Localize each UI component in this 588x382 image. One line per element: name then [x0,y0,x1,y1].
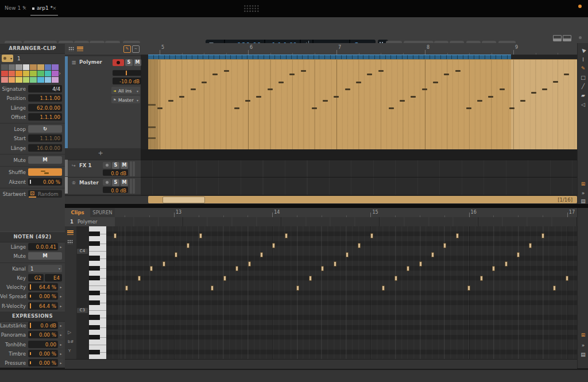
palette-swatch[interactable] [16,71,22,76]
clip-color-swatch[interactable]: ▾ [2,55,13,62]
panel-divider[interactable] [65,204,588,208]
midi-note[interactable] [235,266,238,271]
value-field[interactable]: 64.4 % [28,283,58,291]
value-field[interactable]: 4/4 [28,85,62,92]
midi-note[interactable] [456,233,459,238]
object-tool-icon[interactable]: □ [578,75,588,80]
volume-field[interactable]: 0.0 dB [103,187,128,193]
midi-note[interactable] [150,266,153,271]
piano-black-key[interactable] [89,350,100,355]
value-field[interactable]: 0.00 % [28,331,58,338]
solo-button[interactable]: S [112,179,119,186]
panel-tool-icon[interactable]: ▤ [578,352,588,357]
value-step-arrow[interactable]: ▸ [59,331,63,338]
value-field[interactable]: 0.0.0.41 [28,243,58,250]
palette-swatch[interactable] [30,71,37,76]
midi-note[interactable] [492,266,495,271]
palette-swatch[interactable] [37,77,44,83]
midi-note[interactable] [553,285,556,291]
expand-tool-icon[interactable]: » [578,342,588,348]
close-icon[interactable]: × [52,5,57,11]
palette-swatch[interactable] [1,77,8,83]
expand-tool-icon[interactable]: » [578,190,588,196]
arranger-clip[interactable] [148,59,577,150]
midi-note[interactable] [529,243,532,248]
value-step-arrow[interactable]: ▸ [59,322,63,329]
mute-button[interactable]: M [28,156,62,164]
bitwig-logo-icon[interactable] [243,5,260,13]
midi-note[interactable] [285,233,288,238]
value-field[interactable]: 0.00 % [28,359,58,366]
mute-button[interactable]: M [121,162,128,169]
solo-button[interactable]: S [125,59,133,66]
piano-black-key[interactable] [89,325,100,330]
midi-note[interactable] [260,252,263,257]
value-field[interactable]: 1.1.1.00 [28,94,62,102]
track-list-icon[interactable] [77,47,83,51]
value-field[interactable]: 1.1.1.00 [28,113,62,121]
display-profile-2-icon[interactable] [563,35,571,41]
fold-notes-icon[interactable]: ▷ [68,330,71,335]
track-grid-icon[interactable] [68,47,74,51]
midi-note[interactable] [163,261,165,267]
track-name[interactable]: Polymer [79,59,102,65]
voicing-icon[interactable]: Y [68,349,71,353]
midi-note[interactable] [566,276,568,281]
palette-swatch[interactable] [30,77,37,83]
accidentals-icon[interactable]: b# [68,339,74,344]
value-field[interactable]: 0.00 [28,341,58,348]
piano-black-key[interactable] [89,256,100,261]
note-editor-icon[interactable] [67,230,74,235]
dice-icon[interactable]: ⚄ [30,191,34,196]
piano-black-key[interactable] [89,335,100,340]
editor-track-row-grid[interactable] [115,217,577,226]
pencil-tool-icon[interactable]: ✎ [578,65,588,71]
piano-black-key[interactable] [89,231,100,237]
tab-spuren[interactable]: SPUREN [90,208,115,217]
piano-black-key[interactable] [89,241,100,246]
fx-track-lane[interactable] [141,160,577,178]
palette-swatch[interactable] [9,77,16,83]
midi-note[interactable] [272,243,275,248]
fade-mode-icon[interactable]: ~ [132,45,140,53]
midi-note[interactable] [505,261,508,267]
mute-button[interactable]: M [28,252,62,260]
palette-swatch[interactable] [1,71,8,76]
midi-note[interactable] [211,285,214,291]
track-header-master[interactable]: ♔ Master S M 0.0 dB [68,177,141,194]
midi-note[interactable] [334,261,336,267]
value-field[interactable]: 64.4 % [28,302,58,310]
add-track-button[interactable]: + [95,150,106,157]
midi-note[interactable] [114,233,117,238]
mute-button[interactable]: M [121,179,128,186]
palette-swatch[interactable] [52,64,59,70]
editor-track-row[interactable]: 1 Polymer [65,217,115,226]
palette-swatch[interactable] [9,64,16,70]
close-icon[interactable]: × [22,5,27,11]
loop-button[interactable]: ↻ [28,125,62,133]
palette-swatch[interactable] [23,64,30,70]
value-step-arrow[interactable]: ▸ [59,350,63,357]
value-step-arrow[interactable]: ▸ [59,341,63,348]
project-tab-active[interactable]: arp1 * [37,5,53,11]
channel-dropdown[interactable]: 1▾ [28,265,62,272]
midi-note[interactable] [467,285,470,291]
snap-tool-icon[interactable]: ⊞ [578,332,588,338]
value-field[interactable]: 0.00 % [28,350,58,357]
tab-clips[interactable]: Clips [65,208,91,217]
midi-note[interactable] [358,243,361,248]
output-select[interactable]: ⚑ Master ▾ [111,96,140,103]
midi-note[interactable] [321,266,324,271]
value-step-arrow[interactable]: ▸ [59,359,63,366]
midi-note[interactable] [346,252,349,257]
palette-swatch[interactable] [45,77,52,83]
midi-note[interactable] [187,243,189,248]
shuffle-button[interactable] [28,168,62,176]
input-select[interactable]: ◄ All ins ▾ [111,87,140,94]
eraser-tool-icon[interactable]: ▰ [578,92,588,98]
palette-swatch[interactable] [23,71,30,76]
palette-swatch[interactable] [45,71,52,76]
value-step-arrow[interactable]: ▸ [59,283,63,291]
midi-note[interactable] [443,243,446,248]
value-step-arrow[interactable]: ▸ [59,302,63,310]
